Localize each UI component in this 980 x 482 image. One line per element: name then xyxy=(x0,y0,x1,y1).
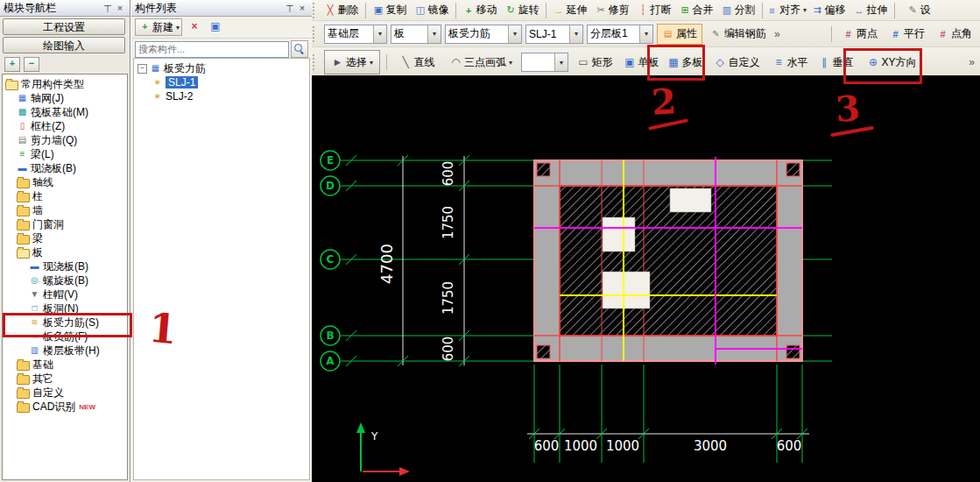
tree-item-floor-band[interactable]: ▥ 楼层板带(H) xyxy=(3,344,127,358)
tree-folder-slab[interactable]: 板 xyxy=(3,245,127,259)
parallel-button[interactable]: # 平行 xyxy=(885,25,929,44)
component-group-slab-rebar[interactable]: − ▦ 板受力筋 xyxy=(137,61,309,75)
move-button[interactable]: +移动 xyxy=(459,2,501,19)
tree-item-column-cap[interactable]: ▼ 柱帽(V) xyxy=(3,287,127,301)
tree-folder-beam[interactable]: 梁 xyxy=(3,231,127,245)
tree-item-cast-slab-2[interactable]: ▬ 现浇板(B) xyxy=(3,259,127,273)
point-angle-button[interactable]: # 点角 xyxy=(933,25,976,44)
tree-item-frame-column[interactable]: ▯ 框柱(Z) xyxy=(3,119,127,133)
category-select[interactable]: 板 ▾ xyxy=(391,25,441,44)
delete-component-button[interactable]: × xyxy=(186,18,203,36)
extend-button[interactable]: →延伸 xyxy=(549,2,591,19)
select-tool-button[interactable]: ► 选择 ▾ xyxy=(324,50,380,74)
tree-item-shear-wall[interactable]: ▤ 剪力墙(Q) xyxy=(3,133,127,147)
tree-item-negative-rebar[interactable]: ≈ 板负筋(F) xyxy=(3,330,127,344)
horizontal-button[interactable]: ≡ 水平 xyxy=(768,51,812,74)
delete-button[interactable]: ╳删除 xyxy=(321,2,363,19)
pin-icon[interactable]: ⊥ xyxy=(284,3,296,14)
offset-button[interactable]: ⇉偏移 xyxy=(807,2,850,19)
xy-direction-button[interactable]: ⊕ XY方向 xyxy=(859,51,924,74)
tree-item-raft-foundation[interactable]: ▩ 筏板基础(M) xyxy=(3,105,127,119)
toolbar-grip[interactable] xyxy=(313,26,317,42)
line-tool-button[interactable]: ╲ 直线 xyxy=(393,51,441,74)
button-label: 移动 xyxy=(476,3,497,18)
two-point-button[interactable]: # 两点 xyxy=(838,25,882,44)
floor-select[interactable]: 基础层 ▾ xyxy=(324,25,387,44)
slab-rebar-group-icon: ▦ xyxy=(150,62,161,74)
drawing-input-button[interactable]: 绘图输入 xyxy=(3,37,125,53)
tree-folder-label: 板 xyxy=(32,245,43,260)
collapse-all-icon[interactable]: − xyxy=(24,57,39,72)
tree-root-common-types[interactable]: 常用构件类型 xyxy=(3,77,127,91)
dim-bottom-4: 3000 xyxy=(694,438,727,454)
search-input[interactable] xyxy=(135,41,289,58)
custom-range-button[interactable]: ◇ 自定义 xyxy=(709,51,765,74)
edit-rebar-button[interactable]: ✎ 编辑钢筋 xyxy=(706,25,771,44)
slab-rebar-region[interactable] xyxy=(560,186,777,336)
overflow-chevron-icon[interactable]: » xyxy=(969,56,975,68)
tree-item-slab-rebar[interactable]: ≋ 板受力筋(S) xyxy=(3,315,127,330)
mirror-button[interactable]: ◫镜像 xyxy=(411,2,453,19)
component-item-slj-1[interactable]: ∗ SLJ-1 xyxy=(137,75,309,89)
tree-item-spiral-slab[interactable]: ◎ 螺旋板(B) xyxy=(3,273,127,287)
project-settings-button[interactable]: 工程设置 xyxy=(3,18,125,35)
break-button[interactable]: ┆打断 xyxy=(633,2,675,19)
tree-folder-cad-recognition[interactable]: CAD识别 NEW xyxy=(3,400,127,414)
dim-bottom-2: 1000 xyxy=(564,438,597,454)
single-slab-icon: ▣ xyxy=(624,56,637,68)
close-icon[interactable]: × xyxy=(114,3,126,13)
tree-folder-label: 梁 xyxy=(32,231,43,246)
tree-folder-foundation[interactable]: 基础 xyxy=(3,358,127,372)
point-angle-icon: # xyxy=(937,29,948,39)
pencil-icon: ✎ xyxy=(710,28,722,40)
search-icon[interactable] xyxy=(291,40,308,58)
toolbar-grip[interactable] xyxy=(313,54,317,70)
tree-item-slab-hole[interactable]: □ 板洞(N) xyxy=(3,301,127,315)
split-button[interactable]: ▥分割 xyxy=(717,2,759,19)
expand-all-icon[interactable]: + xyxy=(4,57,20,72)
component-select[interactable]: SLJ-1 ▾ xyxy=(525,25,583,44)
tree-folder-label: 自定义 xyxy=(32,386,64,400)
rectangle-icon: ▭ xyxy=(577,56,590,68)
pin-icon[interactable]: ⊥ xyxy=(102,3,114,14)
tree-folder-other[interactable]: 其它 xyxy=(3,372,127,386)
properties-button[interactable]: ▤ 属性 xyxy=(657,24,702,45)
type-select[interactable]: 板受力筋 ▾ xyxy=(445,25,522,44)
collapse-node-icon[interactable]: − xyxy=(137,64,147,74)
sublayer-select[interactable]: 分层板1 ▾ xyxy=(587,25,653,44)
toolbar-grip[interactable] xyxy=(313,3,317,18)
align-button[interactable]: ≡对齐▾ xyxy=(765,2,807,19)
settings-button[interactable]: ✎设 xyxy=(898,2,940,19)
close-icon[interactable]: × xyxy=(296,3,308,13)
folder-icon xyxy=(17,361,30,371)
type-select-value: 板受力筋 xyxy=(446,26,508,41)
arc-tool-button[interactable]: ◠ 三点画弧 ▾ xyxy=(444,51,518,74)
tree-item-cast-slab[interactable]: ▬ 现浇板(B) xyxy=(3,161,127,175)
stretch-button[interactable]: ↔拉伸 xyxy=(850,2,892,19)
tree-folder-label: CAD识别 xyxy=(32,400,75,415)
merge-button[interactable]: ⊞合并 xyxy=(675,2,717,19)
tree-item-beam[interactable]: ≡ 梁(L) xyxy=(3,147,127,161)
rectangle-tool-button[interactable]: ▭ 矩形 xyxy=(572,51,617,74)
tree-folder-axis[interactable]: 轴线 xyxy=(3,175,127,189)
single-slab-button[interactable]: ▣ 单板 xyxy=(621,51,661,74)
new-component-button[interactable]: + 新建 ▾ xyxy=(135,18,182,36)
slab-plan[interactable] xyxy=(534,157,802,365)
chevron-down-icon: ▾ xyxy=(803,6,807,14)
drawing-canvas[interactable]: E D C B A 4700 xyxy=(312,75,980,482)
copy-component-button[interactable]: ▣ xyxy=(207,18,224,36)
component-item-slj-2[interactable]: ∗ SLJ-2 xyxy=(137,89,309,103)
tree-item-axis-grid[interactable]: ▦ 轴网(J) xyxy=(3,91,127,105)
trim-button[interactable]: ✂修剪 xyxy=(591,2,633,19)
multi-slab-button[interactable]: ▦ 多板 xyxy=(665,51,705,74)
vertical-button[interactable]: ∥ 垂直 xyxy=(815,51,856,74)
separator xyxy=(831,26,832,42)
tree-folder-custom[interactable]: 自定义 xyxy=(3,386,127,400)
copy-button[interactable]: ▣复制 xyxy=(369,2,411,19)
rotate-button[interactable]: ↻旋转 xyxy=(501,2,543,19)
tree-folder-column[interactable]: 柱 xyxy=(3,189,127,203)
overflow-chevron-icon[interactable]: » xyxy=(774,28,780,40)
draw-option-select[interactable]: ▾ xyxy=(521,53,568,72)
tree-folder-opening[interactable]: 门窗洞 xyxy=(3,217,127,231)
tree-folder-wall[interactable]: 墙 xyxy=(3,203,127,217)
